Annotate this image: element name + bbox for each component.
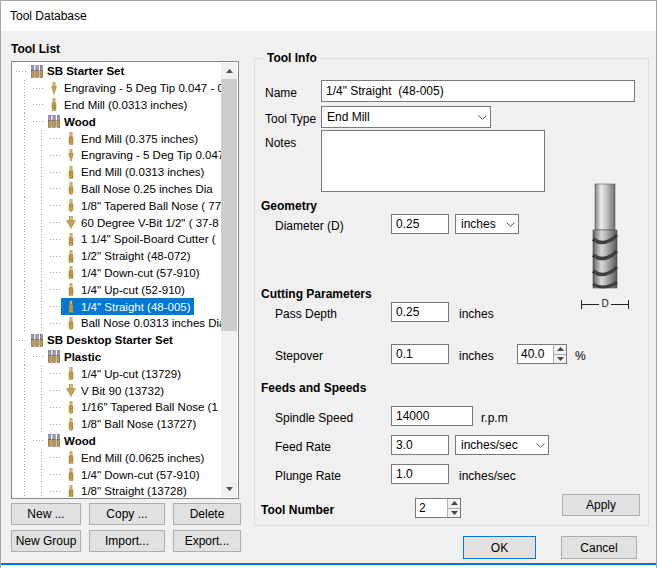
diameter-units-select[interactable]: inches	[455, 214, 519, 234]
feed-rate-units-select[interactable]: inches/sec	[455, 435, 549, 455]
tree-item[interactable]: Wood	[13, 433, 221, 450]
tree-connector	[50, 188, 61, 189]
tree-scrollbar[interactable]	[221, 63, 237, 497]
scroll-down-button[interactable]	[221, 481, 237, 497]
diameter-label: Diameter (D)	[275, 219, 344, 233]
chevron-down-icon	[474, 107, 490, 127]
tree-item[interactable]: SB Desktop Starter Set	[13, 332, 221, 349]
scrollbar-thumb[interactable]	[221, 79, 237, 331]
tree-indent-guide	[33, 265, 50, 282]
name-label: Name	[265, 86, 297, 100]
feed-rate-units-value: inches/sec	[461, 438, 518, 452]
tree-item[interactable]: Plastic	[13, 349, 221, 366]
tool-group-icon	[47, 434, 61, 447]
tree-item[interactable]: 60 Degree V-Bit 1/2" ( 37-8	[13, 214, 221, 231]
tree-item[interactable]: 1/4" Down-cut (57-910)	[13, 466, 221, 483]
tree-indent-guide	[16, 466, 33, 483]
spindle-speed-input[interactable]	[391, 406, 473, 426]
tool-type-select[interactable]: End Mill	[321, 106, 491, 128]
plunge-rate-units: inches/sec	[459, 469, 516, 483]
tree-indent-guide	[33, 483, 50, 497]
tree-item-label: SB Starter Set	[47, 65, 124, 77]
tree-item[interactable]: 1 1/4" Spoil-Board Cutter (	[13, 231, 221, 248]
end-mill-icon	[64, 166, 78, 179]
tree-item-label: 60 Degree V-Bit 1/2" ( 37-8	[81, 217, 219, 229]
stepover-input[interactable]	[391, 344, 449, 364]
plunge-rate-label: Plunge Rate	[275, 469, 341, 483]
tree-item[interactable]: End Mill (0.0313 inches)	[13, 97, 221, 114]
tree-item[interactable]: Wood	[13, 113, 221, 130]
ok-button[interactable]: OK	[463, 536, 536, 559]
apply-button[interactable]: Apply	[562, 494, 640, 516]
stepover-percent-sign: %	[575, 349, 586, 363]
tree-indent-guide	[16, 298, 33, 315]
ball-nose-icon	[64, 199, 78, 212]
delete-tool-button[interactable]: Delete	[173, 503, 241, 525]
tree-item-content: Wood	[44, 113, 99, 130]
stepover-percent-spinner[interactable]	[517, 344, 567, 364]
tree-connector	[50, 407, 61, 408]
tool-number-input[interactable]	[416, 499, 447, 517]
copy-tool-button[interactable]: Copy ...	[89, 503, 165, 525]
tree-item[interactable]: Engraving - 5 Deg Tip 0.047	[13, 147, 221, 164]
tool-list-buttons: New ... Copy ... Delete New Group Import…	[11, 503, 241, 552]
tool-number-spinner[interactable]	[415, 498, 461, 518]
spin-up-button[interactable]	[448, 499, 460, 508]
tree-item[interactable]: Ball Nose 0.25 inches Dia	[13, 181, 221, 198]
tree-item-label: 1/8" Tapered Ball Nose ( 77	[81, 200, 221, 212]
tree-indent-guide	[16, 399, 33, 416]
tool-type-label: Tool Type	[265, 112, 316, 126]
tree-item-content: End Mill (0.0313 inches)	[61, 164, 207, 181]
tree-indent-guide	[16, 382, 33, 399]
plunge-rate-input[interactable]	[391, 464, 449, 484]
tree-item[interactable]: Ball Nose 0.0313 inches Dia	[13, 315, 221, 332]
tree-item-content: 1/4" Down-cut (57-910)	[61, 466, 203, 483]
tree-item[interactable]: End Mill (0.0313 inches)	[13, 164, 221, 181]
tree-indent-guide	[16, 365, 33, 382]
pass-depth-input[interactable]	[391, 302, 449, 322]
titlebar[interactable]: Tool Database	[1, 1, 656, 31]
tree-item[interactable]: 1/2" Straight (48-072)	[13, 248, 221, 265]
feed-rate-label: Feed Rate	[275, 440, 331, 454]
import-button[interactable]: Import...	[89, 530, 165, 552]
new-group-button[interactable]: New Group	[11, 530, 81, 552]
tree-item[interactable]: 1/4" Down-cut (57-910)	[13, 265, 221, 282]
tool-tree-rows: SB Starter SetEngraving - 5 Deg Tip 0.04…	[13, 63, 221, 497]
tree-item-content: 1 1/4" Spoil-Board Cutter (	[61, 231, 218, 248]
tree-item[interactable]: Engraving - 5 Deg Tip 0.047 - 0	[13, 80, 221, 97]
tree-item[interactable]: 1/4" Straight (48-005)	[13, 298, 221, 315]
tree-item[interactable]: SB Starter Set	[13, 63, 221, 80]
ball-nose-icon	[64, 401, 78, 414]
tree-item[interactable]: 1/8" Tapered Ball Nose ( 77	[13, 197, 221, 214]
tree-item[interactable]: 1/8" Ball Nose (13727)	[13, 416, 221, 433]
tree-item[interactable]: 1/4" Up-cut (52-910)	[13, 281, 221, 298]
tree-item-content: 1/4" Up-cut (52-910)	[61, 281, 188, 298]
tree-indent-guide	[16, 214, 33, 231]
spin-down-button[interactable]	[554, 354, 566, 364]
tree-indent-guide	[16, 164, 33, 181]
tree-item[interactable]: End Mill (0.0625 inches)	[13, 449, 221, 466]
dialog-body: Tool List SB Starter SetEngraving - 5 De…	[1, 31, 656, 563]
cancel-button[interactable]: Cancel	[561, 536, 637, 559]
scroll-up-button[interactable]	[221, 63, 237, 79]
spin-up-button[interactable]	[554, 345, 566, 354]
tree-connector	[50, 155, 61, 156]
tree-item[interactable]: 1/8" Straight (13728)	[13, 483, 221, 497]
tree-item[interactable]: End Mill (0.375 inches)	[13, 130, 221, 147]
feed-rate-input[interactable]	[391, 435, 449, 455]
scrollbar-track[interactable]	[221, 79, 237, 481]
name-input[interactable]	[321, 80, 635, 102]
new-tool-button[interactable]: New ...	[11, 503, 81, 525]
tree-item[interactable]: 1/4" Up-cut (13729)	[13, 365, 221, 382]
tree-indent-guide	[16, 433, 33, 450]
tree-indent-guide	[33, 164, 50, 181]
spin-down-button[interactable]	[448, 508, 460, 518]
export-button[interactable]: Export...	[173, 530, 241, 552]
tree-item-content: V Bit 90 (13732)	[61, 382, 167, 399]
stepover-percent-input[interactable]	[518, 345, 553, 363]
diameter-input[interactable]	[391, 214, 449, 234]
tree-item-label: 1/8" Straight (13728)	[81, 485, 187, 497]
notes-textarea[interactable]	[321, 130, 545, 192]
tree-item[interactable]: V Bit 90 (13732)	[13, 382, 221, 399]
tree-item[interactable]: 1/16" Tapered Ball Nose (1	[13, 399, 221, 416]
